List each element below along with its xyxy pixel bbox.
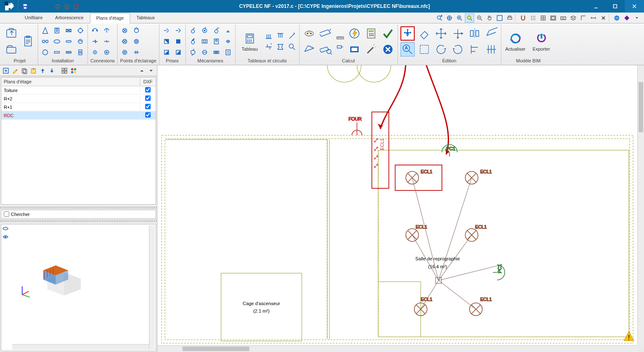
move-xy-icon[interactable] (451, 26, 465, 41)
splitter-horizontal[interactable] (0, 206, 157, 209)
floor-dxf-checkbox[interactable] (145, 95, 151, 101)
save-icon[interactable] (22, 3, 28, 10)
tab-arborescence[interactable]: Arborescence (49, 13, 90, 23)
actualiser-button[interactable]: Actualiser (504, 31, 527, 51)
add-icon[interactable] (2, 67, 10, 75)
switch-icon[interactable] (188, 37, 198, 46)
inst-icon[interactable] (52, 37, 62, 46)
floor-row[interactable]: R+1 (1, 103, 156, 111)
dim-icon[interactable] (589, 13, 598, 23)
zoom-in-icon[interactable] (455, 13, 464, 23)
tree-header-dxf[interactable]: DXF (140, 77, 156, 86)
viewer-hscroll[interactable] (12, 344, 149, 350)
calc-icon[interactable] (364, 26, 378, 41)
minimize-button[interactable] (586, 0, 606, 13)
help-icon[interactable] (622, 13, 631, 23)
grid-icon[interactable] (539, 13, 548, 23)
outlet-icon[interactable] (162, 37, 171, 46)
rotate-3d-icon[interactable] (2, 225, 9, 233)
project-props-icon[interactable] (21, 34, 35, 49)
inst-icon[interactable] (41, 37, 50, 46)
edit-icon[interactable] (11, 67, 19, 75)
switch-icon[interactable] (223, 26, 233, 35)
switch-icon[interactable] (188, 48, 198, 57)
splitter-horizontal[interactable] (0, 220, 157, 222)
zoom-select-icon[interactable] (465, 13, 474, 23)
switch-icon[interactable] (223, 48, 233, 57)
label-icon[interactable] (336, 42, 345, 51)
inst-icon[interactable] (41, 26, 50, 35)
tab-tableaux[interactable]: Tableaux (130, 13, 161, 23)
collapse-up-icon[interactable] (138, 67, 146, 75)
close-button[interactable] (625, 0, 644, 13)
conn-icon[interactable] (90, 37, 100, 46)
tree-header-name[interactable]: Plans d'étage (1, 77, 140, 86)
ortho-icon[interactable] (579, 13, 588, 23)
layer-blue-icon[interactable] (347, 42, 362, 57)
keyboard-icon[interactable] (559, 13, 568, 23)
plane-icon[interactable] (302, 42, 316, 57)
print-view-icon[interactable] (505, 13, 514, 23)
move-auto-icon[interactable]: A (400, 26, 415, 41)
floor-row[interactable]: RDC (1, 111, 156, 120)
layers-icon[interactable] (549, 13, 558, 23)
rotate-cw-icon[interactable] (451, 42, 465, 57)
export-icon[interactable] (73, 3, 80, 10)
circuit-icon[interactable] (287, 31, 297, 41)
search-checkbox[interactable] (4, 211, 9, 217)
zoom-extents-icon[interactable] (445, 13, 454, 23)
globe-help-icon[interactable] (612, 13, 621, 23)
wand-icon[interactable] (364, 42, 378, 57)
floor-dxf-checkbox[interactable] (145, 104, 151, 109)
viewer-vscroll[interactable] (149, 225, 155, 350)
inst-icon[interactable] (52, 26, 62, 35)
rotate-ccw-icon[interactable] (434, 42, 448, 57)
zoom-auto-icon[interactable]: A (400, 42, 415, 57)
floor-dxf-checkbox[interactable] (145, 87, 151, 92)
move-down-icon[interactable] (48, 67, 56, 75)
floor-row[interactable]: R+2 (1, 95, 156, 103)
zoom-out-icon[interactable] (475, 13, 484, 23)
grid-dots-icon[interactable] (529, 13, 538, 23)
conn-icon[interactable] (102, 48, 111, 57)
move-icon[interactable] (434, 26, 448, 41)
copy-icon[interactable] (20, 67, 28, 75)
outlet-icon[interactable] (162, 48, 171, 57)
inst-icon[interactable] (76, 26, 85, 35)
zoom-plane-icon[interactable] (319, 42, 333, 57)
cancel-icon[interactable] (381, 42, 395, 57)
circuit-icon[interactable] (276, 42, 285, 51)
switch-icon[interactable] (212, 48, 221, 57)
project-open-icon[interactable] (4, 42, 18, 57)
align-icon[interactable] (467, 42, 482, 57)
light-icon[interactable] (120, 37, 129, 46)
tools-icon[interactable] (599, 13, 608, 23)
outlet-icon[interactable] (174, 26, 183, 35)
light-icon[interactable] (132, 48, 141, 57)
grid-colors-icon[interactable] (69, 67, 78, 75)
switch-icon[interactable] (200, 48, 209, 57)
bolt-icon[interactable] (347, 26, 362, 41)
zoom-circuit-icon[interactable] (287, 42, 297, 51)
conn-icon[interactable] (102, 26, 111, 35)
snap-magnet-icon[interactable] (518, 13, 528, 23)
light-icon[interactable] (132, 37, 141, 46)
inst-icon[interactable] (64, 26, 73, 35)
cable-icon[interactable] (302, 26, 316, 41)
circuit-icon[interactable] (276, 31, 285, 41)
warning-icon[interactable] (623, 330, 635, 343)
tab-plans-etage[interactable]: Plans d'étage (90, 13, 130, 23)
light-icon[interactable] (120, 26, 129, 35)
switch-icon[interactable] (200, 37, 209, 46)
conn-icon[interactable] (90, 26, 100, 35)
inst-icon[interactable] (41, 48, 50, 57)
circuit-icon[interactable] (264, 31, 273, 41)
floor-dxf-checkbox[interactable] (145, 112, 151, 118)
switch-icon[interactable] (188, 26, 198, 35)
plane2-icon[interactable] (319, 26, 333, 41)
outlet-icon[interactable] (174, 37, 183, 46)
inst-icon[interactable] (76, 37, 85, 46)
box-icon[interactable] (64, 3, 70, 10)
fullwindow-icon[interactable] (495, 13, 504, 23)
undo-icon[interactable] (31, 3, 38, 10)
